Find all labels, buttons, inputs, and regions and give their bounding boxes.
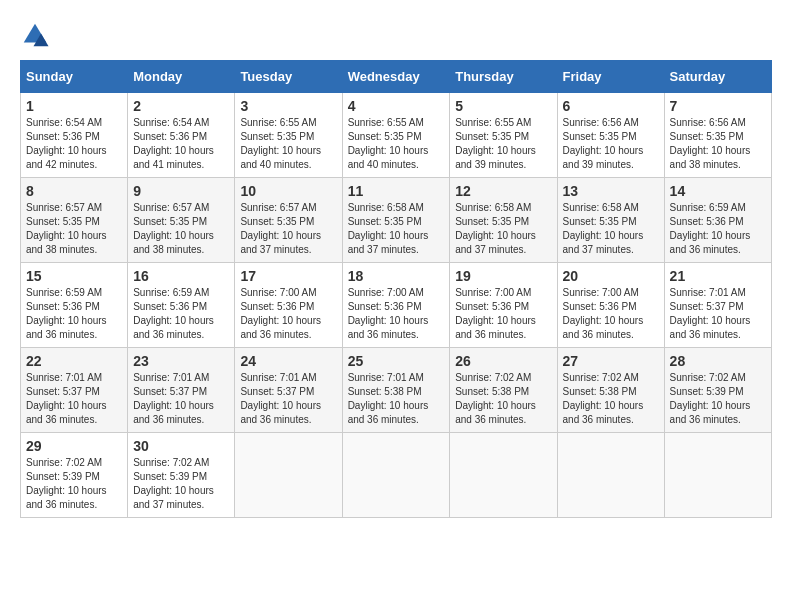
- day-number: 6: [563, 98, 659, 114]
- day-info: Sunrise: 6:59 AM Sunset: 5:36 PM Dayligh…: [26, 286, 122, 342]
- calendar-cell: 29 Sunrise: 7:02 AM Sunset: 5:39 PM Dayl…: [21, 433, 128, 518]
- weekday-header: Friday: [557, 61, 664, 93]
- day-number: 13: [563, 183, 659, 199]
- day-info: Sunrise: 6:56 AM Sunset: 5:35 PM Dayligh…: [563, 116, 659, 172]
- calendar-cell: [342, 433, 450, 518]
- calendar-cell: 19 Sunrise: 7:00 AM Sunset: 5:36 PM Dayl…: [450, 263, 557, 348]
- day-number: 21: [670, 268, 766, 284]
- day-info: Sunrise: 6:58 AM Sunset: 5:35 PM Dayligh…: [455, 201, 551, 257]
- day-number: 11: [348, 183, 445, 199]
- day-number: 24: [240, 353, 336, 369]
- day-number: 26: [455, 353, 551, 369]
- weekday-header: Monday: [128, 61, 235, 93]
- calendar-cell: 20 Sunrise: 7:00 AM Sunset: 5:36 PM Dayl…: [557, 263, 664, 348]
- calendar-cell: 10 Sunrise: 6:57 AM Sunset: 5:35 PM Dayl…: [235, 178, 342, 263]
- calendar-cell: 21 Sunrise: 7:01 AM Sunset: 5:37 PM Dayl…: [664, 263, 771, 348]
- calendar-cell: 3 Sunrise: 6:55 AM Sunset: 5:35 PM Dayli…: [235, 93, 342, 178]
- day-info: Sunrise: 6:57 AM Sunset: 5:35 PM Dayligh…: [240, 201, 336, 257]
- day-number: 30: [133, 438, 229, 454]
- calendar-cell: [664, 433, 771, 518]
- calendar-cell: 6 Sunrise: 6:56 AM Sunset: 5:35 PM Dayli…: [557, 93, 664, 178]
- day-info: Sunrise: 6:59 AM Sunset: 5:36 PM Dayligh…: [133, 286, 229, 342]
- day-info: Sunrise: 7:02 AM Sunset: 5:38 PM Dayligh…: [455, 371, 551, 427]
- day-info: Sunrise: 7:00 AM Sunset: 5:36 PM Dayligh…: [348, 286, 445, 342]
- day-number: 22: [26, 353, 122, 369]
- calendar-cell: 26 Sunrise: 7:02 AM Sunset: 5:38 PM Dayl…: [450, 348, 557, 433]
- day-number: 25: [348, 353, 445, 369]
- logo: [20, 20, 54, 50]
- day-info: Sunrise: 6:54 AM Sunset: 5:36 PM Dayligh…: [26, 116, 122, 172]
- calendar-cell: 1 Sunrise: 6:54 AM Sunset: 5:36 PM Dayli…: [21, 93, 128, 178]
- calendar-week-row: 1 Sunrise: 6:54 AM Sunset: 5:36 PM Dayli…: [21, 93, 772, 178]
- day-number: 2: [133, 98, 229, 114]
- day-number: 19: [455, 268, 551, 284]
- day-number: 18: [348, 268, 445, 284]
- calendar-cell: 30 Sunrise: 7:02 AM Sunset: 5:39 PM Dayl…: [128, 433, 235, 518]
- day-info: Sunrise: 6:58 AM Sunset: 5:35 PM Dayligh…: [348, 201, 445, 257]
- day-info: Sunrise: 6:55 AM Sunset: 5:35 PM Dayligh…: [240, 116, 336, 172]
- day-info: Sunrise: 7:02 AM Sunset: 5:39 PM Dayligh…: [26, 456, 122, 512]
- day-number: 7: [670, 98, 766, 114]
- day-number: 5: [455, 98, 551, 114]
- calendar-cell: 9 Sunrise: 6:57 AM Sunset: 5:35 PM Dayli…: [128, 178, 235, 263]
- day-info: Sunrise: 6:58 AM Sunset: 5:35 PM Dayligh…: [563, 201, 659, 257]
- calendar-header-row: SundayMondayTuesdayWednesdayThursdayFrid…: [21, 61, 772, 93]
- weekday-header: Saturday: [664, 61, 771, 93]
- calendar-body: 1 Sunrise: 6:54 AM Sunset: 5:36 PM Dayli…: [21, 93, 772, 518]
- day-number: 17: [240, 268, 336, 284]
- day-number: 9: [133, 183, 229, 199]
- day-info: Sunrise: 7:01 AM Sunset: 5:37 PM Dayligh…: [670, 286, 766, 342]
- calendar-week-row: 15 Sunrise: 6:59 AM Sunset: 5:36 PM Dayl…: [21, 263, 772, 348]
- day-info: Sunrise: 6:59 AM Sunset: 5:36 PM Dayligh…: [670, 201, 766, 257]
- day-info: Sunrise: 7:02 AM Sunset: 5:39 PM Dayligh…: [133, 456, 229, 512]
- calendar-cell: 25 Sunrise: 7:01 AM Sunset: 5:38 PM Dayl…: [342, 348, 450, 433]
- day-info: Sunrise: 7:01 AM Sunset: 5:38 PM Dayligh…: [348, 371, 445, 427]
- calendar-cell: 17 Sunrise: 7:00 AM Sunset: 5:36 PM Dayl…: [235, 263, 342, 348]
- weekday-header: Thursday: [450, 61, 557, 93]
- day-number: 28: [670, 353, 766, 369]
- day-number: 14: [670, 183, 766, 199]
- day-number: 23: [133, 353, 229, 369]
- weekday-header: Wednesday: [342, 61, 450, 93]
- day-info: Sunrise: 6:57 AM Sunset: 5:35 PM Dayligh…: [133, 201, 229, 257]
- calendar-cell: [235, 433, 342, 518]
- day-number: 10: [240, 183, 336, 199]
- weekday-header: Tuesday: [235, 61, 342, 93]
- day-info: Sunrise: 7:02 AM Sunset: 5:38 PM Dayligh…: [563, 371, 659, 427]
- calendar-cell: 27 Sunrise: 7:02 AM Sunset: 5:38 PM Dayl…: [557, 348, 664, 433]
- day-number: 16: [133, 268, 229, 284]
- calendar-cell: 2 Sunrise: 6:54 AM Sunset: 5:36 PM Dayli…: [128, 93, 235, 178]
- calendar-cell: 16 Sunrise: 6:59 AM Sunset: 5:36 PM Dayl…: [128, 263, 235, 348]
- calendar-cell: 4 Sunrise: 6:55 AM Sunset: 5:35 PM Dayli…: [342, 93, 450, 178]
- calendar-week-row: 8 Sunrise: 6:57 AM Sunset: 5:35 PM Dayli…: [21, 178, 772, 263]
- day-number: 3: [240, 98, 336, 114]
- day-number: 8: [26, 183, 122, 199]
- calendar-cell: 24 Sunrise: 7:01 AM Sunset: 5:37 PM Dayl…: [235, 348, 342, 433]
- day-info: Sunrise: 7:01 AM Sunset: 5:37 PM Dayligh…: [240, 371, 336, 427]
- day-info: Sunrise: 7:00 AM Sunset: 5:36 PM Dayligh…: [455, 286, 551, 342]
- day-number: 4: [348, 98, 445, 114]
- calendar-cell: 8 Sunrise: 6:57 AM Sunset: 5:35 PM Dayli…: [21, 178, 128, 263]
- page-header: [20, 20, 772, 50]
- day-info: Sunrise: 6:56 AM Sunset: 5:35 PM Dayligh…: [670, 116, 766, 172]
- calendar-cell: 18 Sunrise: 7:00 AM Sunset: 5:36 PM Dayl…: [342, 263, 450, 348]
- calendar-cell: [557, 433, 664, 518]
- calendar-cell: 22 Sunrise: 7:01 AM Sunset: 5:37 PM Dayl…: [21, 348, 128, 433]
- day-number: 27: [563, 353, 659, 369]
- day-info: Sunrise: 7:00 AM Sunset: 5:36 PM Dayligh…: [240, 286, 336, 342]
- day-number: 29: [26, 438, 122, 454]
- day-info: Sunrise: 7:02 AM Sunset: 5:39 PM Dayligh…: [670, 371, 766, 427]
- day-info: Sunrise: 7:01 AM Sunset: 5:37 PM Dayligh…: [26, 371, 122, 427]
- calendar-cell: 15 Sunrise: 6:59 AM Sunset: 5:36 PM Dayl…: [21, 263, 128, 348]
- calendar-cell: 5 Sunrise: 6:55 AM Sunset: 5:35 PM Dayli…: [450, 93, 557, 178]
- calendar-cell: 7 Sunrise: 6:56 AM Sunset: 5:35 PM Dayli…: [664, 93, 771, 178]
- calendar-cell: 12 Sunrise: 6:58 AM Sunset: 5:35 PM Dayl…: [450, 178, 557, 263]
- day-number: 12: [455, 183, 551, 199]
- calendar-cell: 23 Sunrise: 7:01 AM Sunset: 5:37 PM Dayl…: [128, 348, 235, 433]
- calendar-cell: 11 Sunrise: 6:58 AM Sunset: 5:35 PM Dayl…: [342, 178, 450, 263]
- calendar-cell: 14 Sunrise: 6:59 AM Sunset: 5:36 PM Dayl…: [664, 178, 771, 263]
- day-info: Sunrise: 7:01 AM Sunset: 5:37 PM Dayligh…: [133, 371, 229, 427]
- day-info: Sunrise: 6:55 AM Sunset: 5:35 PM Dayligh…: [455, 116, 551, 172]
- calendar-week-row: 22 Sunrise: 7:01 AM Sunset: 5:37 PM Dayl…: [21, 348, 772, 433]
- calendar-cell: 13 Sunrise: 6:58 AM Sunset: 5:35 PM Dayl…: [557, 178, 664, 263]
